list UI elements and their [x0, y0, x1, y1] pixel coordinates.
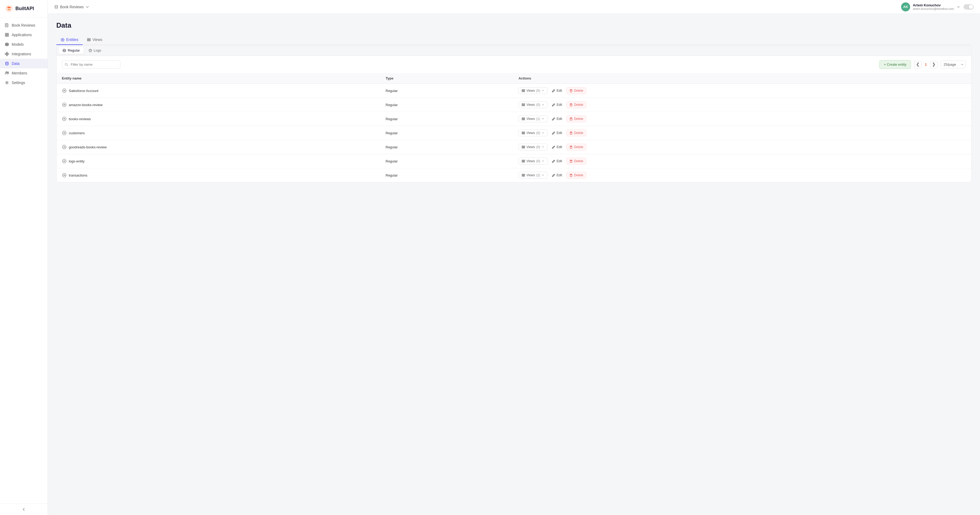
sidebar-item-label: Members [12, 71, 27, 75]
edit-button[interactable]: Edit [550, 102, 564, 108]
app-selector-icon [54, 5, 59, 9]
edit-icon [552, 174, 555, 177]
sidebar-item-models[interactable]: Models [0, 40, 48, 49]
svg-rect-70 [570, 132, 572, 134]
views-button[interactable]: Views (1) [519, 115, 547, 122]
sidebar-item-label: Models [12, 42, 24, 46]
delete-button[interactable]: Delete [566, 172, 586, 179]
delete-button[interactable]: Delete [566, 101, 586, 108]
svg-rect-26 [89, 38, 90, 39]
entity-icon [62, 88, 67, 93]
sidebar-item-data[interactable]: Data [0, 59, 48, 69]
svg-rect-68 [522, 133, 523, 134]
data-table: Entity name Type Actions Salesforce Acco… [57, 73, 971, 182]
entity-name-cell: books-reviews [57, 112, 380, 126]
views-button[interactable]: Views (0) [519, 129, 547, 136]
svg-rect-50 [522, 105, 523, 106]
svg-point-24 [62, 39, 63, 40]
delete-button[interactable]: Delete [566, 129, 586, 136]
entities-tab-icon [60, 38, 65, 42]
entity-name: transactions [69, 173, 88, 177]
create-entity-button[interactable]: + Create entity [879, 60, 911, 69]
svg-rect-51 [523, 105, 525, 106]
svg-rect-4 [7, 33, 8, 35]
views-icon [522, 159, 525, 163]
members-icon [5, 71, 9, 75]
views-button[interactable]: Views (0) [519, 143, 547, 150]
entity-name-cell: amazon-books-review [57, 98, 380, 112]
collapse-button[interactable] [5, 507, 43, 512]
svg-point-14 [6, 55, 8, 56]
filter-input[interactable] [62, 61, 120, 69]
views-button[interactable]: Views (0) [519, 87, 547, 94]
page-title: Data [56, 21, 972, 30]
svg-rect-39 [522, 89, 523, 91]
views-caret-icon [541, 145, 544, 148]
entity-actions: Views (0) Edit [513, 126, 971, 140]
app-selector[interactable]: Book Reviews [54, 5, 89, 9]
entity-name-cell: logs-entity [57, 154, 380, 168]
col-entity-name: Entity name [57, 73, 380, 84]
edit-button[interactable]: Edit [550, 116, 564, 122]
next-page-button[interactable] [930, 61, 937, 69]
views-caret-icon [541, 159, 544, 163]
sub-tab-logs[interactable]: Logs [85, 47, 105, 54]
trash-icon [569, 159, 573, 163]
sidebar-item-members[interactable]: Members [0, 69, 48, 78]
edit-button[interactable]: Edit [550, 172, 564, 179]
svg-rect-27 [88, 40, 89, 41]
views-button[interactable]: Views (0) [519, 101, 547, 108]
svg-point-92 [64, 175, 65, 176]
svg-rect-5 [5, 35, 6, 37]
sidebar-item-settings[interactable]: Settings [0, 78, 48, 88]
entity-icon [62, 145, 67, 150]
entity-type: Regular [380, 98, 513, 112]
edit-button[interactable]: Edit [550, 130, 564, 136]
sidebar-item-integrations[interactable]: Integrations [0, 49, 48, 59]
svg-point-12 [8, 53, 9, 54]
prev-page-button[interactable] [914, 61, 921, 69]
sidebar-item-applications[interactable]: Applications [0, 30, 48, 40]
logo-icon [5, 4, 13, 13]
book-icon [5, 23, 9, 27]
user-info[interactable]: AK Artem Konuchov artem.konuchov@wiredhu… [901, 2, 960, 11]
edit-button[interactable]: Edit [550, 88, 564, 94]
tab-views[interactable]: Views [83, 35, 107, 45]
svg-point-16 [6, 62, 8, 63]
delete-button[interactable]: Delete [566, 143, 586, 150]
entity-actions: Views (0) Edit [513, 98, 971, 112]
svg-rect-66 [522, 132, 523, 133]
table-toolbar: + Create entity 1 [57, 56, 971, 73]
entity-name-cell: goodreads-books-review [57, 140, 380, 154]
sidebar-item-label: Settings [12, 81, 25, 85]
topbar-left: Book Reviews [54, 5, 89, 9]
pagination-controls: 1 [914, 61, 937, 69]
tab-entities[interactable]: Entities [56, 35, 83, 45]
svg-rect-25 [88, 38, 89, 39]
views-tab-icon [87, 38, 91, 42]
svg-point-56 [64, 119, 65, 120]
svg-rect-84 [522, 160, 523, 161]
entity-name-cell: transactions [57, 168, 380, 182]
table-row: customers Regular Views (0) [57, 126, 971, 140]
views-button[interactable]: Views (0) [519, 158, 547, 164]
delete-button[interactable]: Delete [566, 158, 586, 164]
table-row: goodreads-books-review Regular Views (0) [57, 140, 971, 154]
edit-icon [552, 145, 555, 149]
svg-rect-97 [570, 175, 572, 177]
table-header-row: Entity name Type Actions [57, 73, 971, 84]
views-icon [522, 89, 525, 92]
entity-actions: Views (2) Edit [513, 168, 971, 182]
delete-button[interactable]: Delete [566, 87, 586, 94]
entity-icon [62, 102, 67, 107]
toggle-switch[interactable] [964, 4, 974, 10]
sidebar-item-book-reviews[interactable]: Book Reviews [0, 21, 48, 30]
svg-rect-61 [570, 118, 572, 120]
per-page-select[interactable]: 25/page 50/page 100/page [941, 61, 966, 69]
views-icon [522, 103, 525, 107]
delete-button[interactable]: Delete [566, 115, 586, 122]
edit-button[interactable]: Edit [550, 158, 564, 164]
views-button[interactable]: Views (2) [519, 172, 547, 179]
sub-tab-regular[interactable]: Regular [59, 47, 84, 54]
edit-button[interactable]: Edit [550, 144, 564, 150]
